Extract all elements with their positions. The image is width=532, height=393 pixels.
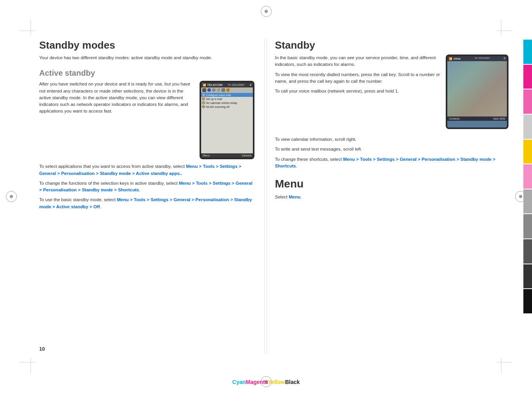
phone-menu-item-3: No calendar entries today	[201, 101, 253, 105]
phone-screenshot-active: 📶 TELECOM Th 15/11/2007 0	[200, 81, 254, 159]
section1-para4-before: To use the basic standby mode, select	[39, 197, 117, 202]
phone-mockup-active: 📶 TELECOM Th 15/11/2007 0	[200, 81, 254, 159]
section1-para4: To use the basic standby mode, select Me…	[39, 196, 254, 210]
standby-softkey-right: New SMS	[493, 117, 505, 120]
registration-mark-top	[261, 6, 272, 17]
registration-mark-left	[6, 191, 17, 202]
section1-para1: After you have switched on your device a…	[39, 81, 196, 115]
phone-screenshot-standby: 📶 elisa Th 15/11/2007 0	[446, 55, 508, 132]
section1-para2-before: To select applications that you want to …	[39, 164, 186, 169]
phone-footer-active: Menu Camera	[201, 153, 253, 158]
section2-para5: To write and send text messages, scroll …	[275, 146, 508, 153]
color-bars	[523, 39, 532, 314]
crop-mark	[497, 31, 512, 31]
section1-para3-after: .	[139, 187, 140, 192]
phone-carrier-label: TELECOM	[207, 83, 222, 87]
section3-para: Select Menu.	[275, 194, 508, 200]
section2-para1: In the basic standby mode, you can see y…	[275, 55, 441, 68]
active-standby-title: Active standby	[39, 68, 254, 78]
section2-para2: To view the most recently dialled number…	[275, 71, 441, 85]
phone-icons-strip	[201, 87, 253, 93]
phone-screen-active: 📶 TELECOM Th 15/11/2007 0	[201, 82, 253, 158]
left-column: Standby modes Your device has two differ…	[39, 39, 262, 354]
phone-mockup-standby: 📶 elisa Th 15/11/2007 0	[446, 55, 508, 129]
section1-para2: To select applications that you want to …	[39, 163, 254, 177]
phone-menu-item-1: Configure voice mail	[201, 93, 253, 97]
phone-screen-standby: 📶 elisa Th 15/11/2007 0	[447, 56, 507, 127]
section3-para-before: Select	[275, 195, 289, 199]
phone-menu-item-4: WLAN scanning off	[201, 105, 253, 109]
right-column: Standby In the basic standby mode, you c…	[267, 39, 508, 354]
standby-carrier: elisa	[454, 57, 461, 60]
standby-softkey-left: Contacts	[449, 117, 460, 120]
standby-layout: In the basic standby mode, you can see y…	[275, 55, 508, 132]
menu-title: Menu	[275, 177, 508, 191]
phone-softkey-left: Menu	[203, 154, 210, 157]
section1-para3-before: To change the functions of the selection…	[39, 181, 179, 186]
cmyk-footer: Cyan Magenta Yellow Black	[232, 379, 300, 385]
main-intro: Your device has two different standby mo…	[39, 55, 254, 61]
section2-para6-before: To change these shortcuts, select	[275, 157, 343, 162]
phone-menu-item-2: Set up e-mail	[201, 97, 253, 101]
section2-para3: To call your voice mailbox (network serv…	[275, 88, 441, 95]
crop-mark	[31, 20, 31, 35]
page-container: Standby modes Your device has two differ…	[0, 0, 532, 393]
standby-phone-footer: Contacts New SMS	[447, 116, 507, 121]
cmyk-cyan: Cyan	[232, 379, 246, 385]
phone-header: 📶 TELECOM Th 15/11/2007 0	[201, 82, 253, 87]
standby-text-col: In the basic standby mode, you can see y…	[275, 55, 441, 132]
phone-softkey-right: Camera	[241, 154, 251, 157]
section1-para4-after: .	[100, 204, 101, 209]
crop-mark	[31, 358, 31, 373]
cmyk-yellow: Yellow	[268, 379, 285, 385]
active-standby-layout: After you have switched on your device a…	[39, 81, 254, 159]
content-area: Standby modes Your device has two differ…	[39, 39, 508, 354]
section3-link: Menu	[289, 195, 300, 199]
section2-para6: To change these shortcuts, select Menu >…	[275, 156, 508, 170]
main-title: Standby modes	[39, 39, 254, 51]
crop-mark	[20, 31, 35, 31]
crop-mark	[20, 362, 35, 362]
section3-after: .	[300, 195, 301, 199]
crop-mark	[501, 20, 501, 35]
cmyk-magenta: Magenta	[246, 379, 268, 385]
column-divider	[264, 39, 265, 354]
section1-para3: To change the functions of the selection…	[39, 180, 254, 194]
crop-mark	[501, 358, 501, 373]
phone-date-label: Th 15/11/2007	[228, 84, 244, 86]
page-number: 10	[39, 346, 45, 352]
standby-phone-header: 📶 elisa Th 15/11/2007 0	[447, 56, 507, 61]
standby-phone-body: Contacts New SMS	[447, 61, 507, 121]
crop-mark	[497, 362, 512, 362]
standby-title: Standby	[275, 39, 508, 51]
standby-phone-time: Th 15/11/2007	[474, 57, 490, 60]
active-standby-text: After you have switched on your device a…	[39, 81, 196, 159]
section2-para6-after: .	[296, 164, 297, 168]
cmyk-black: Black	[285, 379, 300, 385]
section2-para4: To view calendar information, scroll rig…	[275, 136, 508, 143]
